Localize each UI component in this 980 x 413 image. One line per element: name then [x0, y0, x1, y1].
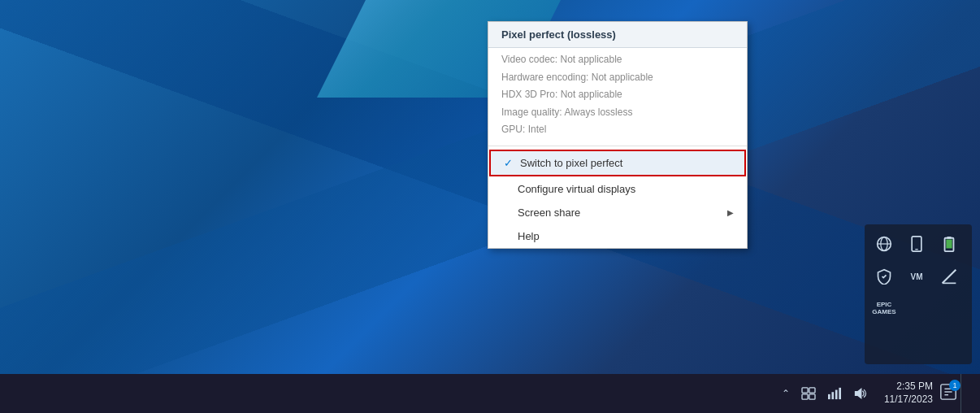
menu-header: Pixel perfect (lossless) [488, 22, 747, 48]
svg-rect-7 [946, 240, 952, 249]
taskbar-notification-button[interactable]: 1 [939, 383, 957, 405]
taskbar-date-display: 11/17/2023 [884, 393, 933, 406]
svg-rect-17 [839, 388, 841, 399]
battery-tray-icon[interactable] [936, 231, 962, 257]
chevron-up-icon[interactable]: ⌃ [778, 385, 793, 402]
svg-rect-16 [835, 390, 838, 400]
vm-tray-icon[interactable]: VM [904, 263, 930, 289]
menu-item-label-switch-pixel-perfect: Switch to pixel perfect [520, 157, 731, 169]
svg-rect-10 [802, 388, 808, 393]
notification-badge: 1 [949, 380, 960, 391]
network-tray-icon[interactable] [871, 231, 897, 257]
svg-rect-12 [802, 394, 808, 399]
check-icon: ✓ [504, 157, 520, 169]
empty-tray-2 [936, 296, 962, 322]
task-view-icon[interactable] [798, 384, 819, 403]
systray-area: ⌃ [772, 384, 878, 403]
info-gpu: GPU: Intel [501, 121, 734, 139]
taskbar-time-display: 2:35 PM [884, 380, 933, 393]
svg-rect-14 [828, 394, 830, 399]
menu-item-label-help: Help [518, 230, 734, 242]
svg-rect-6 [947, 237, 951, 239]
info-hardware-encoding: Hardware encoding: Not applicable [501, 69, 734, 87]
info-image-quality: Image quality: Always lossless [501, 104, 734, 122]
menu-item-help[interactable]: Help [488, 224, 747, 248]
info-hdx-3d-pro: HDX 3D Pro: Not applicable [501, 86, 734, 104]
floating-tray: VM EPICGAMES [865, 224, 972, 364]
menu-divider [488, 146, 747, 146]
menu-item-configure-virtual-displays[interactable]: Configure virtual displays [488, 177, 747, 201]
empty-tray-1 [904, 296, 930, 322]
phone-tray-icon[interactable] [904, 231, 930, 257]
menu-info-section: Video codec: Not applicable Hardware enc… [488, 48, 747, 142]
menu-item-label-screen-share: Screen share [518, 206, 727, 219]
menu-item-switch-pixel-perfect[interactable]: ✓ Switch to pixel perfect [489, 150, 746, 176]
menu-item-label-configure: Configure virtual displays [518, 183, 734, 195]
network-taskbar-icon[interactable] [824, 384, 845, 403]
svg-rect-11 [809, 388, 815, 393]
info-video-codec: Video codec: Not applicable [501, 51, 734, 69]
svg-rect-13 [809, 394, 815, 399]
shield-tray-icon[interactable] [871, 263, 897, 289]
epic-tray-icon[interactable]: EPICGAMES [871, 296, 897, 322]
volume-taskbar-icon[interactable] [850, 384, 871, 403]
svg-marker-18 [855, 389, 861, 398]
menu-item-screen-share[interactable]: Screen share ▶ [488, 201, 747, 224]
diagonal-tray-icon[interactable] [936, 263, 962, 289]
taskbar: ⌃ 2:35 PM 11/1 [0, 374, 980, 413]
submenu-arrow-icon: ▶ [727, 208, 734, 217]
context-menu: Pixel perfect (lossless) Video codec: No… [488, 21, 748, 249]
svg-line-8 [943, 270, 956, 284]
taskbar-clock[interactable]: 2:35 PM 11/17/2023 [878, 380, 939, 406]
show-desktop-button[interactable] [960, 374, 973, 413]
svg-rect-15 [831, 392, 834, 399]
